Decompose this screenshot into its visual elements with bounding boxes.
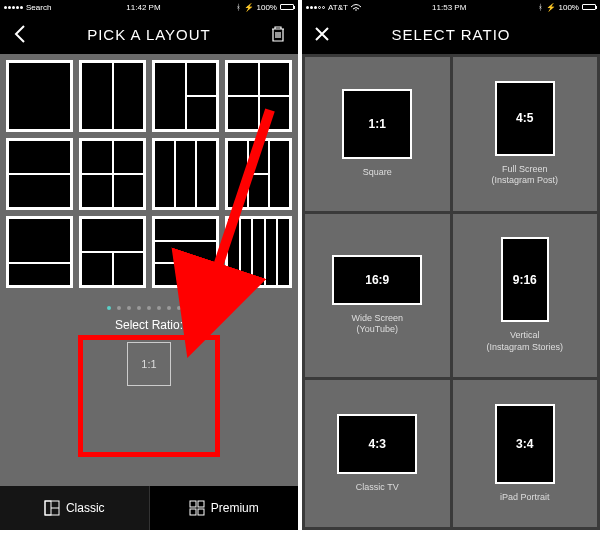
battery-bolt-icon: ⚡ <box>546 3 556 12</box>
battery-icon <box>280 4 294 10</box>
bluetooth-icon: ᚼ <box>538 3 543 12</box>
clock: 11:42 PM <box>126 3 160 12</box>
carrier-label: Search <box>26 3 51 12</box>
chevron-left-icon <box>14 25 26 43</box>
ratio-grid: 1:1 Square 4:5 Full Screen(Instagram Pos… <box>302 54 600 530</box>
clock: 11:53 PM <box>432 3 466 12</box>
layout-lside-2r[interactable] <box>152 60 219 132</box>
svg-rect-2 <box>45 501 51 515</box>
tab-premium[interactable]: Premium <box>149 486 299 530</box>
svg-rect-5 <box>198 501 204 507</box>
ratio-name: Wide Screen(YouTube) <box>351 313 403 336</box>
ratio-name: Full Screen(Instagram Post) <box>491 164 558 187</box>
wifi-icon <box>351 4 361 11</box>
ratio-thumb: 4:5 <box>495 81 555 156</box>
layout-2row[interactable] <box>6 138 73 210</box>
status-bar: Search 11:42 PM ᚼ ⚡ 100% <box>0 0 298 14</box>
layout-top-big[interactable] <box>6 216 73 288</box>
page-indicator <box>0 306 298 310</box>
select-ratio-panel: Select Ratio: 1:1 <box>79 318 219 386</box>
layout-top-2bot[interactable] <box>79 216 146 288</box>
ratio-thumb: 4:3 <box>337 414 417 474</box>
layout-mixed[interactable] <box>225 138 292 210</box>
tab-classic-label: Classic <box>66 501 105 515</box>
ratio-thumb: 1:1 <box>342 89 412 159</box>
layout-grid <box>0 54 298 294</box>
ratio-option-9-16[interactable]: 9:16 Vertical(Instagram Stories) <box>453 214 598 378</box>
svg-rect-7 <box>198 509 204 515</box>
ratio-button[interactable]: 1:1 <box>127 342 171 386</box>
tab-bar: Classic Premium <box>0 486 298 530</box>
layout-3col[interactable] <box>152 138 219 210</box>
svg-rect-6 <box>190 509 196 515</box>
layout-5col[interactable] <box>225 216 292 288</box>
header: SELECT RATIO <box>302 14 600 54</box>
close-icon <box>314 26 330 42</box>
svg-point-8 <box>355 9 357 11</box>
ratio-option-3-4[interactable]: 3:4 iPad Portrait <box>453 380 598 527</box>
ratio-name: Vertical(Instagram Stories) <box>486 330 563 353</box>
layout-2col[interactable] <box>79 60 146 132</box>
ratio-name: Square <box>363 167 392 179</box>
ratio-name: Classic TV <box>356 482 399 494</box>
header-title: PICK A LAYOUT <box>87 26 211 43</box>
header-title: SELECT RATIO <box>392 26 511 43</box>
layout-3row[interactable] <box>152 216 219 288</box>
ratio-option-4-3[interactable]: 4:3 Classic TV <box>305 380 450 527</box>
ratio-option-1-1[interactable]: 1:1 Square <box>305 57 450 211</box>
tab-premium-label: Premium <box>211 501 259 515</box>
ratio-thumb: 16:9 <box>332 255 422 305</box>
battery-bolt-icon: ⚡ <box>244 3 254 12</box>
back-button[interactable] <box>0 14 40 54</box>
ratio-thumb: 3:4 <box>495 404 555 484</box>
layout-2x2[interactable] <box>79 138 146 210</box>
close-button[interactable] <box>302 14 342 54</box>
battery-percent: 100% <box>559 3 579 12</box>
svg-rect-4 <box>190 501 196 507</box>
battery-icon <box>582 4 596 10</box>
classic-icon <box>44 500 60 516</box>
trash-button[interactable] <box>258 14 298 54</box>
battery-percent: 100% <box>257 3 277 12</box>
trash-icon <box>270 25 286 43</box>
layout-1x1[interactable] <box>6 60 73 132</box>
carrier-label: AT&T <box>328 3 348 12</box>
screen-pick-layout: Search 11:42 PM ᚼ ⚡ 100% PICK A LAYOUT <box>0 0 298 530</box>
screen-select-ratio: AT&T 11:53 PM ᚼ ⚡ 100% SELECT RATIO 1:1 … <box>302 0 600 530</box>
bluetooth-icon: ᚼ <box>236 3 241 12</box>
header: PICK A LAYOUT <box>0 14 298 54</box>
ratio-option-16-9[interactable]: 16:9 Wide Screen(YouTube) <box>305 214 450 378</box>
layout-2top-2col[interactable] <box>225 60 292 132</box>
ratio-value: 1:1 <box>141 358 156 370</box>
select-ratio-label: Select Ratio: <box>79 318 219 332</box>
ratio-option-4-5[interactable]: 4:5 Full Screen(Instagram Post) <box>453 57 598 211</box>
ratio-name: iPad Portrait <box>500 492 550 504</box>
ratio-thumb: 9:16 <box>501 237 549 322</box>
status-bar: AT&T 11:53 PM ᚼ ⚡ 100% <box>302 0 600 14</box>
tab-classic[interactable]: Classic <box>0 486 149 530</box>
premium-icon <box>189 500 205 516</box>
